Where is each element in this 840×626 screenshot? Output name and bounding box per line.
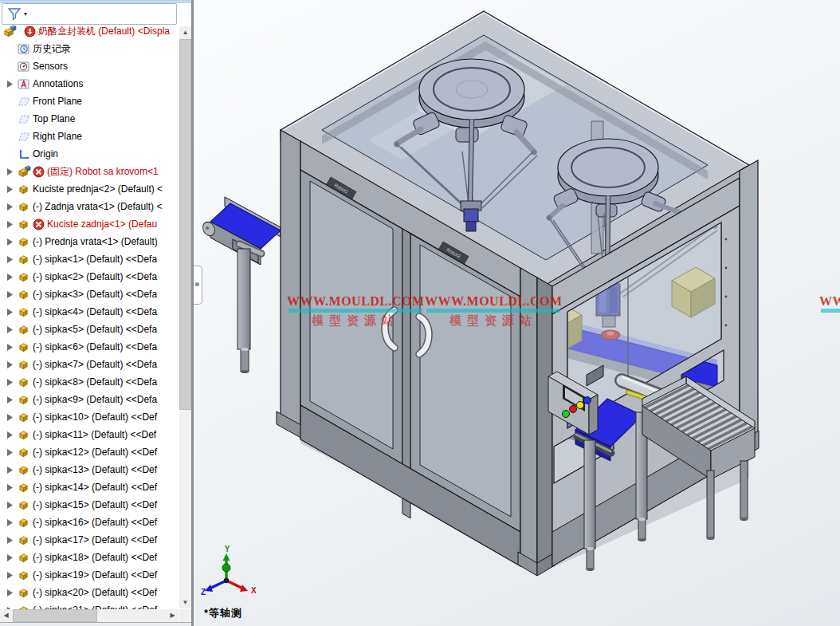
tree-item-label: (-) sipka<18> (Default) <<Def (33, 552, 157, 563)
expander-icon[interactable] (2, 341, 18, 353)
tree-item-28[interactable]: (-) sipka<16> (Default) <<Def (0, 514, 191, 531)
tree-item-17[interactable]: (-) sipka<5> (Default) <<Defa (0, 321, 191, 338)
tree-horizontal-scrollbar[interactable]: ◀ ▶ (0, 609, 179, 622)
expander-icon[interactable] (2, 376, 18, 388)
tree-item-label: (-) sipka<9> (Default) <<Defa (33, 394, 157, 405)
tree-item-24[interactable]: (-) sipka<12> (Default) <<Def (0, 443, 191, 461)
tree-item-31[interactable]: (-) sipka<19> (Default) <<Def (0, 566, 191, 584)
tree-item-label: (-) sipka<16> (Default) <<Def (33, 517, 157, 528)
tree-item-19[interactable]: (-) sipka<7> (Default) <<Defa (0, 356, 191, 373)
tree-item-23[interactable]: (-) sipka<11> (Default) <<Def (0, 426, 191, 443)
plane-icon (18, 112, 31, 125)
viewport-side-tab[interactable] (194, 266, 202, 305)
tree-item-26[interactable]: (-) sipka<14> (Default) <<Def (0, 478, 191, 496)
tree-item-32[interactable]: (-) sipka<20> (Default) <<Def (0, 584, 191, 601)
part-icon (18, 341, 31, 353)
tree-item-0[interactable]: 奶酪盒封装机 (Default) <Displa (0, 22, 191, 40)
expander-icon[interactable] (2, 77, 18, 90)
expander-icon[interactable] (2, 533, 18, 546)
tree-item-8[interactable]: (固定) Robot sa krovom<1 (0, 163, 191, 180)
svg-text:Y: Y (225, 545, 230, 553)
tree-item-label: (-) sipka<8> (Default) <<Defa (33, 376, 157, 388)
expander-icon[interactable] (2, 516, 18, 529)
horizontal-scrollbar-thumb[interactable] (13, 609, 97, 622)
expander-icon[interactable] (2, 446, 18, 459)
tree-filter-box[interactable]: ▾ (2, 3, 177, 25)
tree-item-6[interactable]: Right Plane (0, 128, 191, 145)
expander-icon[interactable] (2, 586, 18, 599)
tree-item-label: (-) sipka<12> (Default) <<Def (33, 447, 157, 458)
tree-item-22[interactable]: (-) sipka<10> (Default) <<Def (0, 408, 191, 426)
scrollbar-right-icon[interactable]: ▶ (167, 609, 179, 622)
expander-icon[interactable] (2, 183, 18, 195)
expander-icon[interactable] (2, 165, 18, 178)
tree-item-30[interactable]: (-) sipka<18> (Default) <<Def (0, 549, 191, 566)
part-icon (18, 428, 31, 441)
tree-item-16[interactable]: (-) sipka<4> (Default) <<Defa (0, 303, 191, 321)
tree-item-20[interactable]: (-) sipka<8> (Default) <<Defa (0, 373, 191, 391)
rebuild-badge-icon (24, 25, 37, 37)
tree-item-5[interactable]: Top Plane (0, 110, 191, 128)
green-button[interactable] (563, 411, 570, 418)
part-icon (18, 376, 31, 388)
tree-item-10[interactable]: (-) Zadnja vrata<1> (Default) < (0, 198, 191, 215)
tree-item-label: Front Plane (33, 96, 82, 107)
tree-item-1[interactable]: 历史记录 (0, 40, 191, 57)
side-tab-dot-icon (195, 282, 199, 286)
tree-item-7[interactable]: Origin (0, 145, 191, 163)
3d-machine-model[interactable]: Robot1 Robot2 (194, 0, 840, 626)
tree-item-2[interactable]: Sensors (0, 57, 191, 75)
expander-icon[interactable] (2, 498, 18, 511)
expander-icon[interactable] (2, 428, 18, 441)
expander-icon[interactable] (2, 218, 18, 230)
expander-icon[interactable] (2, 323, 18, 336)
red-button[interactable] (570, 406, 577, 413)
expander-icon[interactable] (2, 253, 18, 266)
expander-icon[interactable] (2, 305, 18, 318)
tree-item-27[interactable]: (-) sipka<15> (Default) <<Def (0, 496, 191, 514)
svg-text:X: X (251, 586, 257, 595)
blue-button[interactable] (584, 397, 591, 404)
feature-manager-panel: 奶酪盒封装机 (Default) <Displa历史记录SensorsAnnot… (0, 0, 191, 626)
tree-item-label: (-) sipka<2> (Default) <<Defa (33, 271, 157, 282)
tree-item-12[interactable]: (-) Prednja vrata<1> (Default) (0, 233, 191, 250)
expander-icon[interactable] (2, 551, 18, 564)
scrollbar-down-icon[interactable]: ▼ (179, 596, 191, 608)
tree-item-15[interactable]: (-) sipka<3> (Default) <<Defa (0, 285, 191, 303)
tree-item-3[interactable]: Annotations (0, 75, 191, 93)
expander-icon[interactable] (2, 288, 18, 301)
part-icon (18, 218, 31, 230)
expander-icon[interactable] (2, 270, 18, 283)
infeed-conveyor[interactable] (201, 197, 281, 373)
expander-icon[interactable] (2, 358, 18, 371)
tree-item-label: (-) sipka<5> (Default) <<Defa (33, 324, 157, 335)
tree-item-4[interactable]: Front Plane (0, 93, 191, 110)
expander-icon[interactable] (2, 393, 18, 406)
scrollbar-left-icon[interactable]: ◀ (0, 609, 12, 622)
tree-item-13[interactable]: (-) sipka<1> (Default) <<Defa (0, 250, 191, 268)
expander-spacer (2, 60, 18, 73)
part-icon (18, 411, 31, 423)
expander-icon[interactable] (2, 235, 18, 248)
tree-item-25[interactable]: (-) sipka<13> (Default) <<Def (0, 461, 191, 478)
expander-icon[interactable] (2, 481, 18, 494)
graphics-viewport[interactable]: Robot1 Robot2 (194, 0, 840, 626)
tree-item-29[interactable]: (-) sipka<17> (Default) <<Def (0, 531, 191, 549)
tree-item-21[interactable]: (-) sipka<9> (Default) <<Defa (0, 391, 191, 408)
tree-item-11[interactable]: Kuciste zadnja<1> (Defau (0, 215, 191, 233)
expander-icon[interactable] (2, 200, 18, 213)
tree-item-label: Kuciste prednja<2> (Default) < (33, 183, 163, 195)
error-badge-icon (33, 165, 45, 178)
tree-vertical-scrollbar[interactable]: ▲ ▼ (179, 26, 191, 608)
tree-item-14[interactable]: (-) sipka<2> (Default) <<Defa (0, 268, 191, 285)
filter-dropdown-caret-icon[interactable]: ▾ (24, 11, 27, 18)
scrollbar-up-icon[interactable]: ▲ (179, 26, 191, 38)
tree-item-label: (-) sipka<15> (Default) <<Def (33, 499, 157, 510)
expander-icon[interactable] (2, 569, 18, 581)
yellow-button[interactable] (577, 402, 584, 409)
expander-icon[interactable] (2, 411, 18, 423)
tree-item-18[interactable]: (-) sipka<6> (Default) <<Defa (0, 338, 191, 356)
vertical-scrollbar-thumb[interactable] (179, 39, 191, 410)
tree-item-9[interactable]: Kuciste prednja<2> (Default) < (0, 180, 191, 198)
expander-icon[interactable] (2, 463, 18, 476)
